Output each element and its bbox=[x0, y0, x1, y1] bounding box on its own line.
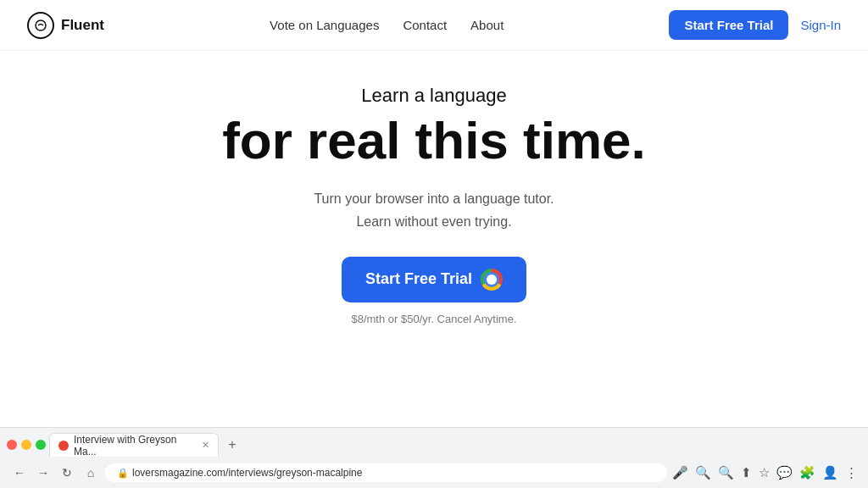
hero-subheading: Learn a language bbox=[361, 85, 506, 107]
nav-contact[interactable]: Contact bbox=[403, 18, 447, 32]
hero-section: Learn a language for real this time. Tur… bbox=[0, 51, 868, 325]
back-button[interactable]: ← bbox=[10, 466, 29, 480]
traffic-light-yellow[interactable] bbox=[21, 440, 31, 450]
traffic-lights bbox=[7, 440, 46, 450]
share-icon[interactable]: ⬆ bbox=[741, 465, 752, 480]
logo[interactable]: Fluent bbox=[27, 12, 104, 39]
browser-address-bar: ← → ↻ ⌂ 🔒 loversmagazine.com/interviews/… bbox=[0, 457, 868, 488]
extensions-icon[interactable]: 🧩 bbox=[799, 465, 815, 480]
address-text: loversmagazine.com/interviews/greyson-ma… bbox=[132, 467, 362, 479]
cta-button-label: Start Free Trial bbox=[365, 270, 472, 288]
traffic-light-red[interactable] bbox=[7, 440, 17, 450]
hero-desc-line1: Turn your browser into a language tutor. bbox=[314, 191, 554, 206]
menu-icon[interactable]: ⋮ bbox=[845, 465, 858, 480]
lock-icon: 🔒 bbox=[117, 468, 129, 479]
svg-point-0 bbox=[36, 20, 46, 30]
browser-bar: Interview with Greyson Ma... ✕ + ← → ↻ ⌂… bbox=[0, 427, 868, 488]
bookmark-icon[interactable]: ☆ bbox=[759, 465, 770, 480]
messenger-icon[interactable]: 💬 bbox=[776, 465, 793, 480]
navbar: Fluent Vote on Languages Contact About S… bbox=[0, 0, 868, 51]
new-tab-button[interactable]: + bbox=[222, 435, 242, 455]
hero-start-free-trial-button[interactable]: Start Free Trial bbox=[342, 257, 526, 302]
chrome-icon-inner bbox=[487, 274, 497, 285]
hero-description: Turn your browser into a language tutor.… bbox=[314, 188, 554, 233]
forward-button[interactable]: → bbox=[34, 466, 53, 480]
nav-actions: Start Free Trial Sign-In bbox=[669, 10, 841, 40]
microphone-icon[interactable]: 🎤 bbox=[672, 465, 688, 480]
nav-vote-on-languages[interactable]: Vote on Languages bbox=[270, 18, 379, 32]
tab-close-button[interactable]: ✕ bbox=[202, 440, 209, 451]
logo-text: Fluent bbox=[61, 17, 104, 34]
nav-about[interactable]: About bbox=[470, 18, 504, 32]
nav-links: Vote on Languages Contact About bbox=[270, 18, 504, 32]
pricing-text: $8/mth or $50/yr. Cancel Anytime. bbox=[351, 313, 516, 325]
hero-main-heading: for real this time. bbox=[222, 112, 646, 169]
browser-tab[interactable]: Interview with Greyson Ma... ✕ bbox=[49, 433, 219, 457]
browser-nav-buttons: ← → ↻ ⌂ bbox=[10, 466, 100, 480]
nav-signin-button[interactable]: Sign-In bbox=[800, 18, 841, 32]
zoom-search-icon[interactable]: 🔍 bbox=[695, 465, 711, 480]
reload-button[interactable]: ↻ bbox=[58, 466, 76, 480]
home-button[interactable]: ⌂ bbox=[81, 466, 100, 480]
nav-start-free-trial-button[interactable]: Start Free Trial bbox=[669, 10, 788, 40]
tab-favicon-dot bbox=[58, 441, 69, 451]
profile-icon[interactable]: 👤 bbox=[822, 465, 838, 480]
chrome-icon bbox=[481, 269, 503, 291]
logo-icon bbox=[27, 12, 54, 39]
tab-label: Interview with Greyson Ma... bbox=[74, 434, 192, 458]
zoom-out-icon[interactable]: 🔍 bbox=[718, 465, 734, 480]
hero-desc-line2: Learn without even trying. bbox=[356, 214, 511, 229]
browser-tabs: Interview with Greyson Ma... ✕ + bbox=[0, 428, 868, 457]
address-bar[interactable]: 🔒 loversmagazine.com/interviews/greyson-… bbox=[105, 463, 667, 482]
browser-right-icons: 🎤 🔍 🔍 ⬆ ☆ 💬 🧩 👤 ⋮ bbox=[672, 465, 858, 480]
traffic-light-green[interactable] bbox=[36, 440, 46, 450]
